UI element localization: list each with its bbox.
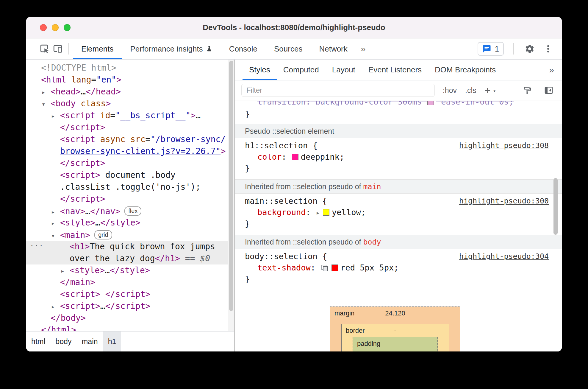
breadcrumb-item-h1[interactable]: h1 <box>103 332 121 351</box>
box-model-border[interactable]: border - padding - <box>341 324 449 351</box>
expand-arrow-icon[interactable]: ▶ <box>52 217 60 229</box>
property-name[interactable]: text-shadow <box>257 263 311 272</box>
issues-counter-button[interactable]: 1 <box>478 42 504 56</box>
grid-badge[interactable]: grid <box>94 230 112 239</box>
tree-row[interactable]: <!DOCTYPE html> <box>26 62 234 74</box>
sidebar-tab-event-listeners[interactable]: Event Listeners <box>362 60 428 80</box>
kebab-menu-icon[interactable] <box>542 42 555 55</box>
tree-row[interactable]: over the lazy dog</h1> == $0 <box>26 253 234 264</box>
minimize-button[interactable] <box>52 24 59 31</box>
code-token[interactable]: "/browser-sync/ <box>150 134 226 144</box>
tab-performance-insights[interactable]: Performance insights <box>122 38 220 59</box>
tree-row[interactable]: ▶<script id="__bs_script__">… <box>26 110 234 122</box>
toggle-element-state-button[interactable]: :hov <box>443 86 457 95</box>
padding-value[interactable]: - <box>353 340 437 348</box>
tree-row[interactable]: ▶<nav>…</nav>flex <box>26 205 234 217</box>
property-value[interactable]: deeppink; <box>301 152 344 161</box>
expand-arrow-icon[interactable]: ▶ <box>52 206 60 218</box>
elements-scrollbar-thumb[interactable] <box>229 61 233 311</box>
device-toolbar-icon[interactable] <box>51 42 64 55</box>
breadcrumb-item-html[interactable]: html <box>26 332 50 351</box>
more-panels-button[interactable]: » <box>356 44 370 54</box>
tree-row[interactable]: ···<h1>The quick brown fox jumps <box>26 241 234 253</box>
margin-value[interactable]: 24.120 <box>330 309 460 317</box>
tab-sources[interactable]: Sources <box>266 38 311 59</box>
tree-row[interactable]: ▶<style>…</style> <box>26 264 234 276</box>
property-value[interactable]: red 5px 5px; <box>340 263 398 272</box>
tree-row[interactable]: ▶<script>…</script> <box>26 300 234 312</box>
tree-row[interactable]: .classList .toggle('no-js'); <box>26 181 234 193</box>
breadcrumb-item-body[interactable]: body <box>50 332 76 351</box>
collapse-sidebar-icon[interactable] <box>542 84 555 97</box>
settings-gear-icon[interactable] <box>523 42 536 55</box>
tree-row[interactable]: <script> </script> <box>26 288 234 300</box>
styles-scrollbar-thumb[interactable] <box>553 178 558 235</box>
tree-row[interactable]: <script async src="/browser-sync/ <box>26 133 234 145</box>
tree-row[interactable]: </main> <box>26 276 234 288</box>
styles-filter-input[interactable] <box>241 84 435 97</box>
box-model-margin[interactable]: margin 24.120 border - padding - <box>330 306 460 351</box>
more-sidebar-tabs-button[interactable]: » <box>544 60 559 80</box>
expand-arrow-icon[interactable]: ▶ <box>52 301 60 313</box>
tab-network[interactable]: Network <box>311 38 356 59</box>
source-link[interactable]: highlight-pseudo:308 <box>459 140 549 151</box>
color-swatch[interactable] <box>331 264 338 271</box>
zoom-button[interactable] <box>64 24 71 31</box>
rule-selector[interactable]: h1::selection <box>245 141 308 150</box>
sidebar-tab-styles[interactable]: Styles <box>243 60 277 80</box>
tree-row[interactable]: </script> <box>26 193 234 205</box>
sidebar-tab-layout[interactable]: Layout <box>326 60 362 80</box>
expand-arrow-icon[interactable]: ▶ <box>42 86 51 98</box>
expand-arrow-icon[interactable]: ▶ <box>61 265 70 277</box>
tree-row[interactable]: </body> <box>26 312 234 324</box>
property-name[interactable]: background <box>257 208 306 217</box>
box-model-padding[interactable]: padding - <box>353 337 438 351</box>
rule-selector[interactable]: main::selection <box>245 196 318 206</box>
declaration-row[interactable]: color: deeppink; <box>235 151 562 163</box>
new-style-rule-button[interactable]: + <box>485 85 491 95</box>
tree-row[interactable]: <html lang="en"> <box>26 74 234 86</box>
source-link[interactable]: highlight-pseudo:300 <box>459 195 549 207</box>
inherited-node-link[interactable]: main <box>363 182 381 191</box>
shadow-editor-icon[interactable] <box>321 265 328 271</box>
sidebar-tab-dom-breakpoints[interactable]: DOM Breakpoints <box>428 60 502 80</box>
tree-row[interactable]: browser-sync-client.js?v=2.26.7"> <box>26 145 234 157</box>
flex-badge[interactable]: flex <box>124 206 141 216</box>
tab-elements[interactable]: Elements <box>73 38 122 59</box>
declaration-row[interactable]: background: ▶yellow; <box>235 207 562 218</box>
source-link[interactable]: highlight-pseudo:304 <box>459 251 549 262</box>
expand-arrow-icon[interactable]: ▶ <box>52 110 60 122</box>
element-classes-button[interactable]: .cls <box>465 86 476 95</box>
color-swatch[interactable] <box>427 101 434 105</box>
rule-selector[interactable]: body::selection <box>245 252 318 261</box>
color-swatch[interactable] <box>292 154 298 160</box>
tree-row[interactable]: ▼<main>grid <box>26 229 234 241</box>
elements-scrollbar[interactable] <box>228 60 234 331</box>
paint-roller-icon[interactable] <box>521 84 534 97</box>
border-value[interactable]: - <box>342 327 449 334</box>
breadcrumb-item-main[interactable]: main <box>76 332 103 351</box>
color-swatch[interactable] <box>323 209 329 216</box>
property-value[interactable]: yellow; <box>332 208 366 217</box>
code-token: > <box>190 111 196 120</box>
expand-arrow-icon[interactable]: ▼ <box>52 230 60 242</box>
tree-row[interactable]: ▶<style>…</style> <box>26 217 234 229</box>
tree-row[interactable]: </script> <box>26 157 234 169</box>
tree-row[interactable]: ▼<body class> <box>26 98 234 110</box>
declaration-row[interactable]: text-shadow: red 5px 5px; <box>235 262 562 273</box>
tree-row[interactable]: ▶<head>…</head> <box>26 86 234 98</box>
tree-row[interactable]: </script> <box>26 122 234 133</box>
inherited-node-link[interactable]: body <box>363 238 381 246</box>
box-model-diagram: margin 24.120 border - padding - <box>330 306 460 351</box>
tree-row[interactable]: </html> <box>26 324 234 331</box>
property-name[interactable]: color <box>257 152 282 161</box>
code-token[interactable]: browser-sync-client.js?v=2.26.7" <box>60 146 220 156</box>
sidebar-tab-computed[interactable]: Computed <box>277 60 326 80</box>
expand-arrow-icon[interactable]: ▼ <box>42 98 51 110</box>
expand-value-icon[interactable]: ▶ <box>317 210 319 216</box>
inspect-element-icon[interactable] <box>38 42 51 55</box>
tab-console[interactable]: Console <box>221 38 266 59</box>
close-button[interactable] <box>40 24 47 31</box>
tree-row[interactable]: <script> document .body <box>26 169 234 181</box>
node-menu-icon[interactable]: ··· <box>30 240 43 252</box>
